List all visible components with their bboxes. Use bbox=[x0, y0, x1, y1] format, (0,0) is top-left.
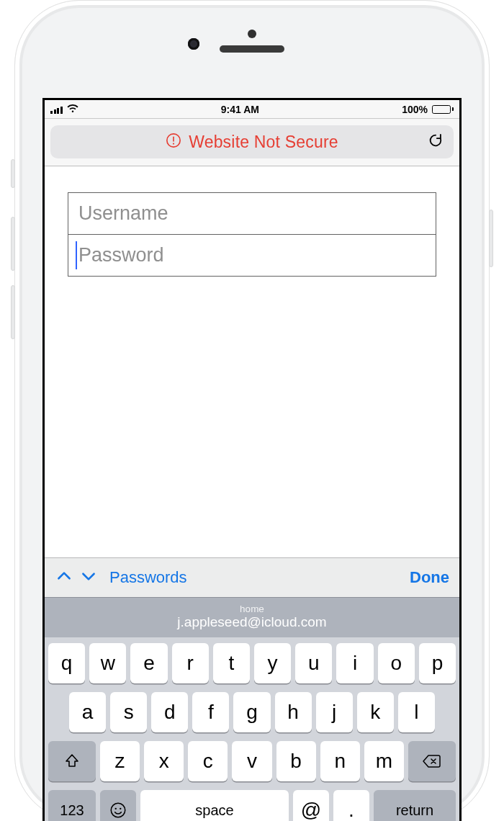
front-camera bbox=[188, 38, 199, 50]
key-d[interactable]: d bbox=[151, 692, 188, 732]
battery-percent: 100% bbox=[402, 104, 428, 115]
software-keyboard: q w e r t y u i o p a s d f g h j k l bbox=[45, 637, 459, 821]
passwords-button[interactable]: Passwords bbox=[109, 568, 187, 587]
key-j[interactable]: j bbox=[316, 692, 353, 732]
space-key[interactable]: space bbox=[140, 790, 289, 821]
keyboard-accessory-bar: Passwords Done bbox=[45, 557, 459, 597]
return-key[interactable]: return bbox=[374, 790, 456, 821]
key-a[interactable]: a bbox=[69, 692, 106, 732]
status-bar: 9:41 AM 100% bbox=[45, 100, 459, 119]
at-key[interactable]: @ bbox=[293, 790, 329, 821]
key-y[interactable]: y bbox=[254, 643, 291, 683]
emoji-key[interactable] bbox=[100, 790, 136, 821]
keyboard-row-3: z x c v b n m bbox=[48, 741, 456, 781]
key-o[interactable]: o bbox=[378, 643, 415, 683]
dot-key[interactable]: . bbox=[333, 790, 369, 821]
keyboard-row-4: 123 space @ . return bbox=[48, 790, 456, 821]
keyboard-row-1: q w e r t y u i o p bbox=[48, 643, 456, 683]
key-v[interactable]: v bbox=[232, 741, 271, 781]
suggestion-credential: j.appleseed@icloud.com bbox=[164, 614, 340, 629]
prev-field-chevron-up-icon[interactable] bbox=[55, 567, 73, 588]
next-field-chevron-down-icon[interactable] bbox=[79, 567, 98, 588]
key-u[interactable]: u bbox=[295, 643, 332, 683]
password-field[interactable]: Password bbox=[68, 234, 436, 277]
key-g[interactable]: g bbox=[233, 692, 270, 732]
address-bar[interactable]: Website Not Secure bbox=[50, 125, 454, 158]
key-f[interactable]: f bbox=[192, 692, 229, 732]
web-page-content: Username Password bbox=[45, 166, 459, 557]
mode-123-key[interactable]: 123 bbox=[48, 790, 96, 821]
svg-point-5 bbox=[120, 808, 121, 809]
backspace-key[interactable] bbox=[408, 741, 456, 781]
key-t[interactable]: t bbox=[213, 643, 250, 683]
key-m[interactable]: m bbox=[364, 741, 404, 781]
key-q[interactable]: q bbox=[48, 643, 85, 683]
address-bar-container: Website Not Secure bbox=[45, 119, 459, 166]
iphone-device-frame: 9:41 AM 100% Website Not Secure bbox=[14, 0, 490, 821]
proximity-sensor bbox=[248, 30, 256, 38]
svg-point-3 bbox=[111, 803, 125, 817]
password-suggestion[interactable]: home j.appleseed@icloud.com bbox=[144, 601, 360, 634]
key-h[interactable]: h bbox=[275, 692, 312, 732]
done-button[interactable]: Done bbox=[410, 568, 449, 587]
key-i[interactable]: i bbox=[336, 643, 373, 683]
volume-down-btn bbox=[11, 285, 15, 339]
key-p[interactable]: p bbox=[419, 643, 456, 683]
username-placeholder: Username bbox=[78, 202, 168, 225]
svg-point-4 bbox=[115, 808, 117, 809]
reload-icon[interactable] bbox=[428, 133, 444, 151]
key-r[interactable]: r bbox=[172, 643, 209, 683]
key-k[interactable]: k bbox=[357, 692, 394, 732]
device-screen: 9:41 AM 100% Website Not Secure bbox=[42, 98, 462, 821]
cellular-signal-icon bbox=[50, 105, 63, 114]
volume-up-btn bbox=[11, 217, 15, 271]
text-caret bbox=[76, 241, 77, 269]
keyboard-row-2: a s d f g h j k l bbox=[48, 692, 456, 732]
key-b[interactable]: b bbox=[276, 741, 316, 781]
address-bar-title: Website Not Secure bbox=[189, 133, 338, 152]
key-s[interactable]: s bbox=[110, 692, 147, 732]
key-x[interactable]: x bbox=[144, 741, 184, 781]
svg-point-2 bbox=[173, 143, 174, 144]
key-z[interactable]: z bbox=[100, 741, 140, 781]
quicktype-bar: home j.appleseed@icloud.com bbox=[45, 597, 459, 637]
wifi-icon bbox=[67, 104, 78, 115]
key-c[interactable]: c bbox=[188, 741, 228, 781]
power-button bbox=[489, 210, 493, 267]
password-placeholder: Password bbox=[78, 244, 164, 266]
battery-icon bbox=[432, 105, 454, 114]
svg-rect-1 bbox=[173, 137, 174, 142]
key-e[interactable]: e bbox=[130, 643, 167, 683]
key-n[interactable]: n bbox=[320, 741, 360, 781]
suggestion-context: home bbox=[164, 604, 340, 614]
key-w[interactable]: w bbox=[89, 643, 126, 683]
mute-switch bbox=[11, 159, 15, 188]
not-secure-warning-icon bbox=[166, 133, 181, 151]
status-time: 9:41 AM bbox=[221, 104, 259, 115]
earpiece-speaker bbox=[220, 45, 284, 53]
shift-key[interactable] bbox=[48, 741, 96, 781]
username-field[interactable]: Username bbox=[68, 192, 436, 235]
key-l[interactable]: l bbox=[398, 692, 435, 732]
